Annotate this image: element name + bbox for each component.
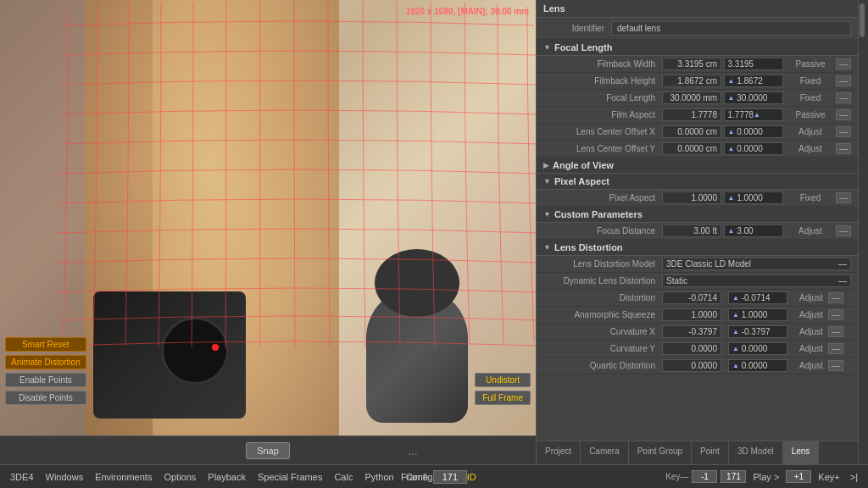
angle-of-view-label: Angle of View <box>553 160 614 170</box>
identifier-row: Identifier <box>537 18 858 40</box>
panel-title-text: Lens <box>543 3 565 14</box>
filmback-width-value1: 3.3195 cm <box>662 58 721 70</box>
play-button[interactable]: Play > <box>749 472 782 482</box>
focal-length-mode: Fixed <box>785 93 836 103</box>
pixel-aspect-row: Pixel Aspect 1.0000 ▲ 1.0000 Fixed — <box>537 190 858 207</box>
filmback-width-dash[interactable]: — <box>836 58 851 69</box>
enable-points-button[interactable]: Enable Points <box>5 373 86 387</box>
menu-playback[interactable]: Playback <box>204 472 249 482</box>
lens-center-x-label: Lens Center Offset X <box>543 127 662 136</box>
distortion-dash[interactable]: — <box>828 292 843 303</box>
chevron-end-button[interactable]: >| <box>847 472 861 482</box>
identifier-input[interactable] <box>611 21 851 36</box>
pixel-aspect-dash[interactable]: — <box>836 192 851 203</box>
focal-length-row: Focal Length 30.0000 mm ▲ 30.0000 Fixed … <box>537 90 858 107</box>
focal-length-dash[interactable]: — <box>836 92 851 103</box>
curvature-x-dash[interactable]: — <box>828 326 843 337</box>
lens-center-y-label: Lens Center Offset Y <box>543 144 662 153</box>
curvature-y-value2: ▲ 0.0000 <box>728 342 787 355</box>
key-frame-value[interactable]: 171 <box>721 470 746 483</box>
menu-windows[interactable]: Windows <box>42 472 87 482</box>
plus-one-value[interactable]: +1 <box>786 470 811 483</box>
key-minus-value[interactable]: -1 <box>692 470 717 483</box>
focal-length-label: Focal Length <box>554 42 612 53</box>
key-label: Key— <box>665 472 688 481</box>
distortion-label: Distortion <box>543 293 662 302</box>
focus-distance-row: Focus Distance 3.00 ft ▲ 3.00 Adjust — <box>537 223 858 240</box>
panel-title: Lens <box>537 0 858 18</box>
anamorphic-dash[interactable]: — <box>828 309 843 320</box>
pixel-aspect-value2: ▲ 1.0000 <box>724 191 783 204</box>
quartic-dash[interactable]: — <box>828 360 843 371</box>
focal-length-section[interactable]: ▼ Focal Length <box>537 40 858 56</box>
focus-distance-dash[interactable]: — <box>836 225 851 236</box>
tab-project[interactable]: Project <box>537 441 581 464</box>
tab-point-group[interactable]: Point Group <box>629 441 692 464</box>
right-panel: Lens Identifier ▼ Focal Length <box>536 0 858 464</box>
lens-center-y-mode: Adjust <box>785 144 836 153</box>
tab-camera[interactable]: Camera <box>581 441 629 464</box>
dynamic-lens-dropdown[interactable]: Static — <box>662 274 851 287</box>
menu-calc[interactable]: Calc <box>331 472 356 482</box>
lens-center-y-row: Lens Center Offset Y 0.0000 cm ▲ 0.0000 … <box>537 141 858 158</box>
right-scrollbar[interactable] <box>858 0 865 464</box>
filmback-height-value1: 1.8672 cm <box>662 75 721 87</box>
smart-reset-button[interactable]: Smart Reset <box>5 337 86 352</box>
distortion-value1: -0.0714 <box>662 291 721 304</box>
menu-special-frames[interactable]: Special Frames <box>254 472 326 482</box>
lens-center-x-value2: ▲ 0.0000 <box>724 125 783 138</box>
menu-3de4[interactable]: 3DE4 <box>7 472 37 482</box>
quartic-label: Quartic Distortion <box>543 361 662 370</box>
focal-length-triangle: ▼ <box>543 43 551 52</box>
curvature-x-row: Curvature X -0.3797 ▲ -0.3797 Adjust — <box>537 324 858 341</box>
custom-params-section[interactable]: ▼ Custom Parameters <box>537 207 858 223</box>
lens-center-y-dash[interactable]: — <box>836 143 851 154</box>
distortion-value2: ▲ -0.0714 <box>728 291 787 304</box>
tab-3d-model[interactable]: 3D Model <box>729 441 783 464</box>
pixel-aspect-prop-label: Pixel Aspect <box>543 193 662 202</box>
undistort-button[interactable]: Undistort <box>475 373 531 387</box>
snap-button[interactable]: Snap <box>246 442 290 459</box>
pixel-aspect-section[interactable]: ▼ Pixel Aspect <box>537 174 858 190</box>
tab-point[interactable]: Point <box>692 441 729 464</box>
angle-of-view-section[interactable]: ▶ Angle of View <box>537 158 858 174</box>
full-frame-button[interactable]: Full Frame <box>475 391 531 405</box>
angle-of-view-triangle: ▶ <box>543 161 549 169</box>
film-aspect-dash[interactable]: — <box>836 109 851 120</box>
menu-environments[interactable]: Environments <box>92 472 155 482</box>
app-container: 1920 x 1080, [MAIN]; 30.00 mm Smart Rese… <box>0 0 868 488</box>
lens-distortion-label: Lens Distortion <box>554 242 623 252</box>
panel-tabs: Project Camera Point Group Point 3D Mode… <box>537 441 858 464</box>
filmback-height-value2: ▲ 1.8672 <box>724 75 783 87</box>
main-area: 1920 x 1080, [MAIN]; 30.00 mm Smart Rese… <box>0 0 868 464</box>
lens-distortion-model-row: Lens Distortion Model 3DE Classic LD Mod… <box>537 256 858 273</box>
menu-python[interactable]: Python <box>361 472 397 482</box>
tab-lens[interactable]: Lens <box>783 441 820 464</box>
menu-options[interactable]: Options <box>160 472 199 482</box>
animate-distortion-button[interactable]: Animate Distortion <box>5 355 86 369</box>
playback-controls: Key— -1 171 Play > +1 Key+ >| <box>665 470 861 483</box>
curvature-y-label: Curvature Y <box>543 344 662 353</box>
panel-scroll[interactable]: Identifier ▼ Focal Length Filmback Width… <box>537 18 858 441</box>
lens-distortion-model-dropdown[interactable]: 3DE Classic LD Model — <box>662 258 851 270</box>
viewport-area: 1920 x 1080, [MAIN]; 30.00 mm Smart Rese… <box>0 0 536 464</box>
viewport-bottom-bar: Snap ... <box>0 435 536 464</box>
distortion-row: Distortion -0.0714 ▲ -0.0714 Adjust — <box>537 290 858 307</box>
curvature-y-mode: Adjust <box>794 344 828 353</box>
dynamic-lens-label: Dynamic Lens Distortion <box>543 276 662 286</box>
scrollbar-thumb <box>860 3 865 37</box>
key-plus-button[interactable]: Key+ <box>815 472 843 482</box>
anamorphic-mode: Adjust <box>794 310 828 319</box>
curvature-y-dash[interactable]: — <box>828 343 843 354</box>
pixel-aspect-mode: Fixed <box>785 193 836 202</box>
lens-distortion-section[interactable]: ▼ Lens Distortion <box>537 240 858 256</box>
filmback-height-dash[interactable]: — <box>836 75 851 86</box>
curvature-x-value2: ▲ -0.3797 <box>728 325 787 338</box>
quartic-value1: 0.0000 <box>662 359 721 372</box>
frame-value[interactable]: 171 <box>433 470 467 484</box>
lens-center-x-dash[interactable]: — <box>836 126 851 137</box>
anamorphic-row: Anamorphic Squeeze 1.0000 ▲ 1.0000 Adjus… <box>537 307 858 324</box>
dots-center: ... <box>295 444 531 458</box>
disable-points-button[interactable]: Disable Points <box>5 391 86 405</box>
viewport-left-buttons: Smart Reset Animate Distortion Enable Po… <box>5 337 86 405</box>
